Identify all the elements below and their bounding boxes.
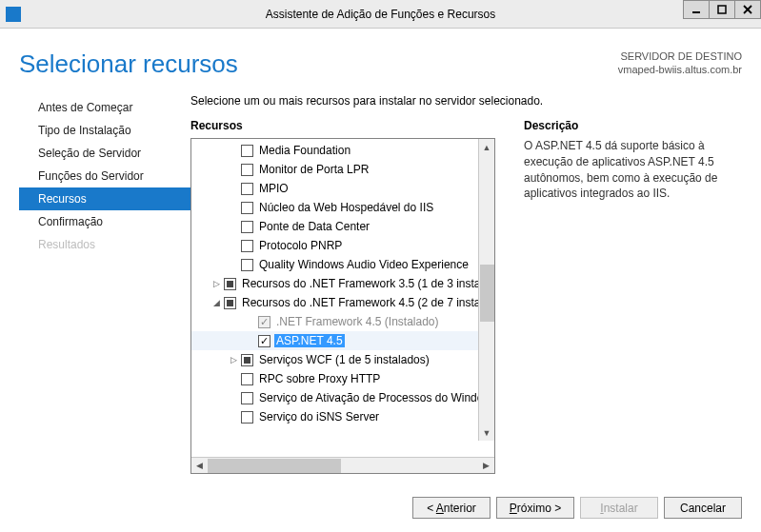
step-confirm[interactable]: Confirmação (19, 210, 190, 233)
scroll-up-arrow[interactable]: ▲ (479, 139, 494, 155)
checkbox[interactable] (224, 297, 236, 309)
wizard-sidebar: Antes de Começar Tipo de Instalação Sele… (19, 92, 190, 519)
chevron-right-icon[interactable]: ▷ (228, 355, 239, 365)
hscroll-track[interactable] (208, 458, 462, 473)
columns: Recursos Media FoundationMonitor de Port… (190, 119, 742, 474)
destination-host: vmaped-bwiis.altus.com.br (618, 63, 742, 76)
tree-item-label[interactable]: Recursos do .NET Framework 4.5 (2 de 7 i… (240, 296, 494, 309)
tree-item-label[interactable]: Serviço de Ativação de Processos do Wind… (257, 391, 494, 404)
tree-inner: Media FoundationMonitor de Porta LPRMPIO… (191, 139, 494, 426)
scroll-down-arrow[interactable]: ▼ (479, 424, 494, 441)
tree-item-label[interactable]: Serviço do iSNS Server (257, 410, 381, 424)
tree-item-label[interactable]: Quality Windows Audio Video Experience (257, 258, 471, 271)
tree-row[interactable]: ▷Recursos do .NET Framework 3.5 (1 de 3 … (191, 274, 494, 293)
checkbox[interactable] (241, 202, 253, 214)
tree-row[interactable]: Serviço do iSNS Server (191, 407, 494, 426)
tree-item-label[interactable]: MPIO (257, 182, 290, 195)
checkbox[interactable] (241, 411, 253, 424)
checkbox[interactable] (241, 221, 253, 233)
scroll-thumb[interactable] (480, 265, 494, 322)
step-results: Resultados (19, 233, 190, 256)
window-title: Assistente de Adição de Funções e Recurs… (0, 8, 761, 21)
features-header: Recursos (190, 119, 495, 132)
tree-scroll: Media FoundationMonitor de Porta LPRMPIO… (191, 139, 494, 457)
description-column: Descrição O ASP.NET 4.5 dá suporte básic… (495, 119, 742, 474)
tree-row[interactable]: ASP.NET 4.5 (191, 331, 494, 350)
svg-rect-1 (718, 6, 726, 13)
destination-label: SERVIDOR DE DESTINO (618, 49, 742, 63)
maximize-button[interactable] (709, 0, 735, 19)
scroll-left-arrow[interactable]: ◀ (191, 458, 208, 473)
checkbox[interactable] (224, 278, 236, 290)
close-button[interactable] (734, 0, 761, 19)
tree-item-label[interactable]: Protocolo PNRP (257, 239, 344, 252)
vertical-scrollbar[interactable]: ▲ ▼ (478, 139, 494, 441)
step-installtype[interactable]: Tipo de Instalação (19, 119, 190, 142)
tree-item-label[interactable]: ASP.NET 4.5 (274, 334, 345, 347)
tree-row[interactable]: Monitor de Porta LPR (191, 160, 494, 179)
hscroll-thumb[interactable] (208, 459, 341, 473)
tree-item-label[interactable]: Núcleo da Web Hospedável do IIS (257, 201, 435, 214)
scroll-track[interactable] (479, 155, 494, 424)
tree-item-label[interactable]: RPC sobre Proxy HTTP (257, 372, 382, 385)
checkbox[interactable] (258, 316, 270, 328)
horizontal-scrollbar[interactable]: ◀ ▶ (191, 457, 494, 473)
tree-row[interactable]: RPC sobre Proxy HTTP (191, 369, 494, 388)
step-serversel[interactable]: Seleção de Servidor (19, 142, 190, 165)
tree-row[interactable]: Ponte de Data Center (191, 217, 494, 236)
body-row: Antes de Começar Tipo de Instalação Sele… (19, 92, 742, 519)
tree-row[interactable]: Serviço de Ativação de Processos do Wind… (191, 388, 494, 407)
install-button: Instalar (580, 497, 658, 519)
next-button[interactable]: Próximo > (496, 497, 574, 519)
main-panel: Selecione um ou mais recursos para insta… (190, 92, 742, 519)
footer-buttons: < Anterior Próximo > Instalar Cancelar (190, 497, 742, 519)
tree-item-label[interactable]: Ponte de Data Center (257, 220, 371, 233)
description-header: Descrição (524, 119, 742, 132)
checkbox[interactable] (258, 335, 270, 347)
checkbox[interactable] (241, 259, 253, 271)
header-row: Selecionar recursos SERVIDOR DE DESTINO … (19, 49, 742, 79)
tree-item-label[interactable]: Media Foundation (257, 144, 352, 157)
tree-row[interactable]: Media Foundation (191, 141, 494, 160)
titlebar: Assistente de Adição de Funções e Recurs… (0, 0, 761, 29)
checkbox[interactable] (241, 164, 253, 176)
tree-row[interactable]: ◢Recursos do .NET Framework 4.5 (2 de 7 … (191, 293, 494, 312)
features-column: Recursos Media FoundationMonitor de Port… (190, 119, 495, 474)
cancel-button[interactable]: Cancelar (664, 497, 742, 519)
window-controls (684, 0, 761, 19)
checkbox[interactable] (241, 354, 253, 366)
description-text: O ASP.NET 4.5 dá suporte básico à execuç… (524, 138, 742, 202)
tree-row[interactable]: Quality Windows Audio Video Experience (191, 255, 494, 274)
checkbox[interactable] (241, 392, 253, 404)
app-icon (6, 7, 21, 22)
checkbox[interactable] (241, 373, 253, 385)
destination-info: SERVIDOR DE DESTINO vmaped-bwiis.altus.c… (618, 49, 742, 77)
checkbox[interactable] (241, 240, 253, 252)
instruction-text: Selecione um ou mais recursos para insta… (190, 94, 742, 108)
features-tree: Media FoundationMonitor de Porta LPRMPIO… (190, 138, 495, 474)
tree-row[interactable]: ▷Serviços WCF (1 de 5 instalados) (191, 350, 494, 369)
step-before[interactable]: Antes de Começar (19, 96, 190, 119)
checkbox[interactable] (241, 145, 253, 157)
tree-row[interactable]: .NET Framework 4.5 (Instalado) (191, 312, 494, 331)
tree-item-label[interactable]: Recursos do .NET Framework 3.5 (1 de 3 i… (240, 277, 494, 290)
content: Selecionar recursos SERVIDOR DE DESTINO … (0, 29, 761, 532)
tree-row[interactable]: MPIO (191, 179, 494, 198)
checkbox[interactable] (241, 183, 253, 195)
step-roles[interactable]: Funções do Servidor (19, 165, 190, 187)
tree-item-label[interactable]: .NET Framework 4.5 (Instalado) (274, 315, 441, 328)
previous-button[interactable]: < Anterior (412, 497, 491, 519)
scroll-right-arrow[interactable]: ▶ (478, 458, 494, 473)
tree-item-label[interactable]: Serviços WCF (1 de 5 instalados) (257, 353, 431, 366)
tree-row[interactable]: Núcleo da Web Hospedável do IIS (191, 198, 494, 217)
page-title: Selecionar recursos (19, 49, 238, 79)
step-features[interactable]: Recursos (19, 187, 190, 210)
chevron-right-icon[interactable]: ▷ (210, 279, 222, 288)
minimize-button[interactable] (683, 0, 710, 19)
tree-item-label[interactable]: Monitor de Porta LPR (257, 163, 370, 176)
chevron-down-icon[interactable]: ◢ (210, 298, 222, 307)
tree-row[interactable]: Protocolo PNRP (191, 236, 494, 255)
